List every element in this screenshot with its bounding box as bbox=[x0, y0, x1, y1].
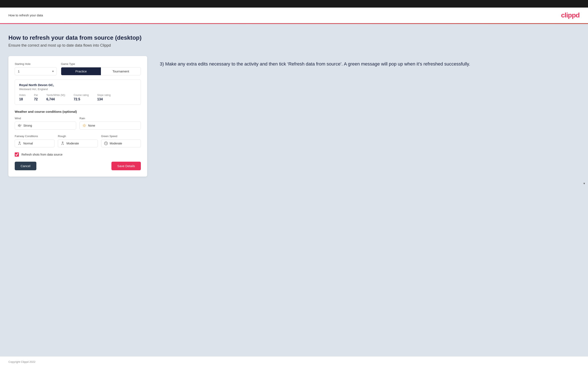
fairway-group: Fairway Conditions Normal Firm Soft bbox=[15, 134, 54, 147]
svg-line-3 bbox=[83, 124, 83, 125]
page-heading: How to refresh your data from source (de… bbox=[9, 34, 579, 41]
weather-section-title: Weather and course conditions (optional) bbox=[15, 110, 141, 113]
game-type-label: Game Type bbox=[61, 62, 141, 66]
rough-icon bbox=[61, 141, 65, 145]
green-speed-select[interactable]: Moderate Slow Fast bbox=[110, 142, 138, 145]
fairway-arrow: ▼ bbox=[583, 182, 586, 185]
sun-icon bbox=[82, 124, 86, 128]
svg-point-0 bbox=[83, 125, 85, 126]
rain-select[interactable]: None Light Heavy bbox=[88, 124, 138, 127]
footer-copyright: Copyright Clippd 2022 bbox=[9, 360, 35, 363]
rough-arrow: ▼ bbox=[583, 182, 586, 185]
green-speed-arrow: ▼ bbox=[583, 182, 586, 185]
svg-point-10 bbox=[62, 142, 63, 143]
rough-label: Rough bbox=[58, 134, 97, 138]
starting-game-row: Starting Hole 1 10 ▼ Game Type Practice … bbox=[15, 62, 141, 75]
holes-stat: Holes 18 bbox=[19, 94, 26, 101]
course-location: Westward Ho!, England bbox=[19, 88, 137, 91]
top-bar bbox=[0, 0, 588, 8]
yards-stat: Yards/White (M)) 6,744 bbox=[46, 94, 65, 101]
wind-select[interactable]: Strong Light Moderate None bbox=[23, 124, 73, 127]
course-rating-stat: Course rating 72.5 bbox=[74, 94, 89, 101]
par-stat: Par 72 bbox=[34, 94, 38, 101]
wind-group: Wind Strong Light Moderate None bbox=[15, 117, 76, 130]
fairway-select-wrapper[interactable]: Normal Firm Soft ▼ bbox=[15, 139, 54, 147]
header: How to refresh your data clippd bbox=[0, 8, 588, 23]
course-info-box: Royal North Devon GC, Westward Ho!, Engl… bbox=[15, 80, 141, 105]
wind-rain-row: Wind Strong Light Moderate None bbox=[15, 117, 141, 130]
wind-icon bbox=[17, 124, 22, 128]
green-speed-label: Green Speed bbox=[101, 134, 141, 138]
rain-select-wrapper[interactable]: None Light Heavy ▼ bbox=[79, 122, 141, 130]
save-button[interactable]: Save Details bbox=[112, 162, 141, 170]
practice-button[interactable]: Practice bbox=[61, 67, 101, 75]
game-type-group: Game Type Practice Tournament bbox=[61, 62, 141, 75]
rough-select[interactable]: Moderate Light Heavy bbox=[66, 142, 95, 145]
holes-label: Holes bbox=[19, 94, 26, 97]
par-value: 72 bbox=[34, 97, 38, 101]
main-content: How to refresh your data from source (de… bbox=[0, 24, 588, 356]
course-rating-label: Course rating bbox=[74, 94, 89, 97]
wind-arrow: ▼ bbox=[583, 182, 586, 185]
svg-line-8 bbox=[85, 124, 86, 125]
fairway-label: Fairway Conditions bbox=[15, 134, 54, 138]
cancel-button[interactable]: Cancel bbox=[15, 162, 36, 170]
rain-group: Rain bbox=[79, 117, 141, 130]
yards-label: Yards/White (M)) bbox=[46, 94, 65, 97]
rain-arrow: ▼ bbox=[583, 182, 586, 185]
green-speed-group: Green Speed Moderate Slow Fast bbox=[101, 134, 141, 147]
instruction-panel: 3) Make any extra edits necessary to the… bbox=[160, 56, 579, 68]
slope-rating-stat: Slope rating 134 bbox=[97, 94, 111, 101]
game-type-buttons: Practice Tournament bbox=[61, 67, 141, 75]
wind-select-wrapper[interactable]: Strong Light Moderate None ▼ bbox=[15, 122, 76, 130]
course-rating-value: 72.5 bbox=[74, 97, 89, 101]
rough-group: Rough Moderate Light Heavy bbox=[58, 134, 97, 147]
footer: Copyright Clippd 2022 bbox=[0, 356, 588, 367]
fairway-icon bbox=[17, 141, 22, 145]
holes-value: 18 bbox=[19, 97, 26, 101]
refresh-checkbox-label: Refresh shots from data source bbox=[21, 153, 62, 156]
page-subheading: Ensure the correct and most up to date d… bbox=[9, 43, 579, 48]
yards-value: 6,744 bbox=[46, 97, 65, 101]
logo: clippd bbox=[561, 11, 579, 19]
rain-label: Rain bbox=[79, 117, 141, 120]
content-area: Starting Hole 1 10 ▼ Game Type Practice … bbox=[9, 56, 579, 176]
fairway-select[interactable]: Normal Firm Soft bbox=[23, 142, 52, 145]
slope-rating-label: Slope rating bbox=[97, 94, 111, 97]
green-speed-icon bbox=[104, 141, 108, 145]
refresh-checkbox[interactable] bbox=[15, 152, 19, 157]
refresh-checkbox-row: Refresh shots from data source bbox=[15, 152, 141, 157]
starting-hole-select-wrapper: 1 10 ▼ bbox=[15, 67, 57, 75]
svg-point-9 bbox=[19, 142, 20, 143]
starting-hole-label: Starting Hole bbox=[15, 62, 57, 66]
starting-hole-select[interactable]: 1 10 bbox=[15, 67, 57, 75]
rough-select-wrapper[interactable]: Moderate Light Heavy ▼ bbox=[58, 139, 97, 147]
course-name: Royal North Devon GC, bbox=[19, 83, 137, 87]
green-speed-select-wrapper[interactable]: Moderate Slow Fast ▼ bbox=[101, 139, 141, 147]
header-title: How to refresh your data bbox=[9, 13, 43, 17]
conditions-row-2: Fairway Conditions Normal Firm Soft bbox=[15, 134, 141, 147]
instruction-text: 3) Make any extra edits necessary to the… bbox=[160, 60, 579, 68]
par-label: Par bbox=[34, 94, 38, 97]
tournament-button[interactable]: Tournament bbox=[101, 67, 141, 75]
form-actions: Cancel Save Details bbox=[15, 162, 141, 170]
form-panel: Starting Hole 1 10 ▼ Game Type Practice … bbox=[9, 56, 147, 176]
starting-hole-group: Starting Hole 1 10 ▼ bbox=[15, 62, 57, 75]
wind-label: Wind bbox=[15, 117, 76, 120]
slope-rating-value: 134 bbox=[97, 97, 111, 101]
course-stats: Holes 18 Par 72 Yards/White (M)) 6,744 C… bbox=[19, 94, 137, 101]
